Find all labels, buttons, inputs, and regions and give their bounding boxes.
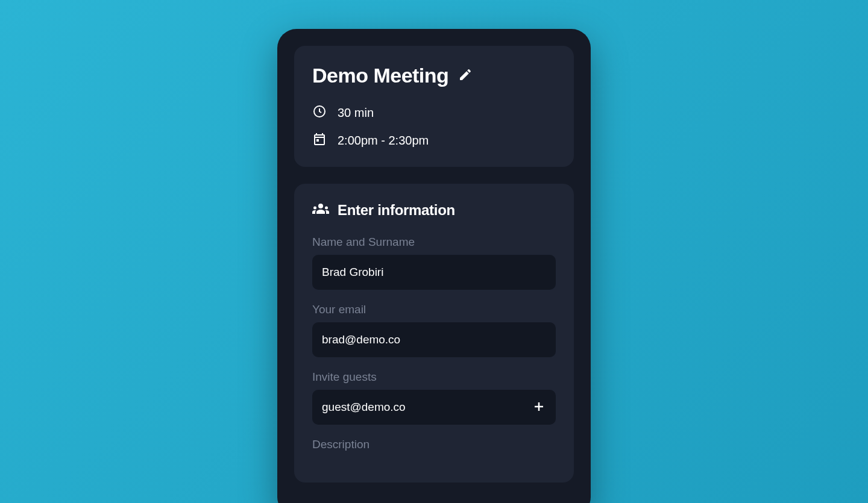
calendar-icon — [312, 132, 327, 149]
time-row: 2:00pm - 2:30pm — [312, 132, 556, 149]
svg-rect-1 — [316, 139, 319, 142]
section-title: Enter information — [338, 202, 455, 219]
svg-point-3 — [313, 207, 316, 210]
add-guest-button[interactable] — [532, 400, 546, 414]
svg-point-4 — [325, 207, 328, 210]
time-range-text: 2:00pm - 2:30pm — [338, 134, 429, 148]
duration-text: 30 min — [338, 106, 374, 120]
email-field-group: Your email — [312, 303, 556, 357]
name-input[interactable] — [312, 255, 556, 290]
guests-field-group: Invite guests — [312, 370, 556, 425]
email-input[interactable] — [312, 322, 556, 357]
svg-point-2 — [318, 204, 323, 208]
name-field-group: Name and Surname — [312, 236, 556, 290]
guests-input[interactable] — [312, 390, 556, 425]
meeting-form-panel: Demo Meeting 30 min — [277, 29, 591, 503]
meeting-summary-card: Demo Meeting 30 min — [294, 46, 574, 167]
plus-icon — [533, 401, 545, 414]
clock-icon — [312, 104, 327, 121]
description-label: Description — [312, 438, 556, 451]
meeting-title: Demo Meeting — [312, 64, 448, 87]
guests-input-wrapper — [312, 390, 556, 425]
people-icon — [312, 203, 329, 217]
section-header: Enter information — [312, 202, 556, 219]
name-label: Name and Surname — [312, 236, 556, 249]
email-label: Your email — [312, 303, 556, 316]
description-field-group: Description — [312, 438, 556, 451]
meeting-header: Demo Meeting — [312, 64, 556, 87]
edit-icon[interactable] — [458, 67, 473, 84]
information-form-card: Enter information Name and Surname Your … — [294, 184, 574, 483]
guests-label: Invite guests — [312, 370, 556, 384]
duration-row: 30 min — [312, 104, 556, 121]
